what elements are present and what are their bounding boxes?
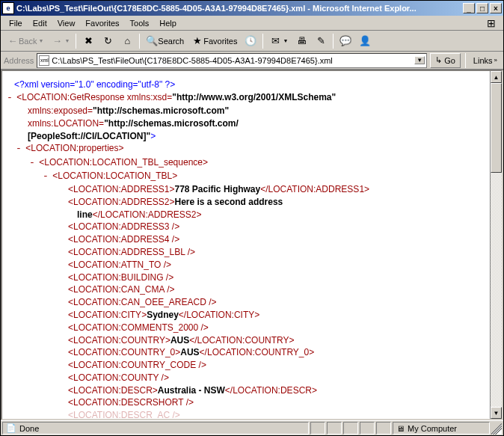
scroll-down-button[interactable]: ▼	[491, 407, 502, 419]
xml-element: <LOCATION:DESCR>Australia - NSW</LOCATIO…	[5, 384, 487, 397]
xml-element: <LOCATION:CAN_CMA />	[5, 283, 487, 296]
xml-element: <LOCATION:CAN_OEE_AREACD />	[5, 296, 487, 309]
address-value: C:\Labs\PS_Test\FileOut\{C178E8DC-5885-4…	[52, 56, 332, 65]
history-icon: 🕓	[245, 35, 256, 47]
zone-panel: 🖥My Computer	[393, 422, 490, 435]
xml-element: <LOCATION:COUNTRY>AUS</LOCATION:COUNTRY>	[5, 334, 487, 347]
xml-attr: [PeopleSoft://CI/LOCATION]">	[5, 130, 487, 143]
print-icon: 🖶	[295, 35, 307, 47]
chevron-down-icon: ▼	[38, 38, 43, 43]
separator	[76, 34, 76, 49]
forward-button[interactable]: →▼	[48, 33, 73, 49]
collapse-toggle[interactable]: -	[5, 91, 14, 105]
scroll-thumb[interactable]	[491, 83, 502, 173]
content-area: <?xml version="1.0" encoding="utf-8" ?> …	[1, 70, 503, 420]
search-button[interactable]: 🔍Search	[143, 33, 187, 49]
menu-help[interactable]: Help	[154, 17, 182, 29]
separator	[139, 34, 140, 49]
xml-element: <LOCATION:COUNTY />	[5, 372, 487, 384]
resize-grip[interactable]	[491, 422, 502, 435]
xml-element: <LOCATION:ADDRESS1>778 Pacific Highway</…	[5, 183, 487, 196]
history-button[interactable]: 🕓	[242, 33, 259, 49]
go-button[interactable]: ↳Go	[430, 53, 461, 68]
window-title: C:\Labs\PS_Test\FileOut\{C178E8DC-5885-4…	[16, 4, 461, 13]
status-panel	[360, 422, 375, 435]
mail-button[interactable]: ✉▼	[266, 33, 291, 49]
refresh-button[interactable]: ↻	[99, 33, 117, 49]
stop-button[interactable]: ✖	[79, 33, 97, 49]
go-label: Go	[444, 56, 455, 65]
xml-attr: xmlns:LOCATION="http://schemas.microsoft…	[5, 117, 487, 130]
menu-file[interactable]: File	[4, 17, 28, 29]
collapse-toggle[interactable]: -	[14, 142, 23, 156]
vertical-scrollbar[interactable]: ▲ ▼	[490, 71, 502, 419]
scroll-up-button[interactable]: ▲	[491, 71, 502, 83]
xml-element: <LOCATION:ADDRESS3 />	[5, 221, 487, 233]
xml-element: - <LOCATION:LOCATION_TBL_sequence>	[5, 156, 487, 170]
menubar: File Edit View Favorites Tools Help ⊞	[1, 16, 503, 31]
menu-edit[interactable]: Edit	[28, 17, 52, 29]
home-button[interactable]: ⌂	[118, 33, 136, 49]
page-icon: 📄	[6, 423, 16, 433]
statusbar: 📄Done 🖥My Computer	[1, 420, 503, 435]
status-panel	[310, 422, 325, 435]
maximize-button[interactable]: □	[476, 3, 488, 13]
links-button[interactable]: Links»	[470, 53, 500, 68]
ie-icon: e	[2, 2, 14, 14]
titlebar: e C:\Labs\PS_Test\FileOut\{C178E8DC-5885…	[1, 1, 503, 16]
xml-element: <LOCATION:COMMENTS_2000 />	[5, 322, 487, 334]
xml-element: <LOCATION:DESCRSHORT />	[5, 396, 487, 409]
status-panel	[376, 422, 391, 435]
address-dropdown[interactable]: ▼	[414, 56, 425, 64]
xml-element: <LOCATION:ADDRESS_LBL />	[5, 246, 487, 259]
separator	[465, 53, 466, 68]
mail-icon: ✉	[269, 35, 281, 47]
messenger-icon: 👤	[359, 35, 371, 47]
chevron-down-icon: ▼	[64, 38, 70, 43]
menu-favorites[interactable]: Favorites	[80, 17, 124, 29]
address-bar: Address xml C:\Labs\PS_Test\FileOut\{C17…	[1, 52, 503, 70]
scroll-track[interactable]	[491, 173, 502, 407]
collapse-toggle[interactable]: -	[28, 156, 37, 170]
stop-icon: ✖	[82, 35, 94, 47]
home-icon: ⌂	[121, 35, 133, 47]
xml-file-icon: xml	[39, 55, 49, 66]
xml-element: <LOCATION:ATTN_TO />	[5, 259, 487, 271]
go-icon: ↳	[435, 55, 442, 65]
collapse-toggle[interactable]: -	[41, 170, 50, 183]
xml-element: <LOCATION:BUILDING />	[5, 271, 487, 284]
status-text: 📄Done	[2, 422, 309, 435]
xml-attr: xmlns:exposed="http://schemas.microsoft.…	[5, 105, 487, 117]
xml-element: - <LOCATION:properties>	[5, 142, 487, 156]
status-panel	[343, 422, 358, 435]
edit-button[interactable]: ✎	[312, 33, 330, 49]
forward-icon: →	[51, 35, 63, 47]
minimize-button[interactable]: _	[463, 3, 475, 13]
favorites-label: Favorites	[203, 37, 237, 46]
status-panel	[327, 422, 342, 435]
xml-element-cont: line</LOCATION:ADDRESS2>	[5, 209, 487, 221]
xml-element: <LOCATION:ADDRESS2>Here is a second addr…	[5, 196, 487, 209]
messenger-button[interactable]: 👤	[356, 33, 374, 49]
menu-tools[interactable]: Tools	[125, 17, 155, 29]
discuss-icon: 💬	[339, 35, 351, 47]
back-label: Back	[19, 37, 37, 46]
separator	[262, 34, 263, 49]
discuss-button[interactable]: 💬	[336, 33, 354, 49]
xml-view: <?xml version="1.0" encoding="utf-8" ?> …	[2, 71, 490, 419]
refresh-icon: ↻	[102, 35, 114, 47]
back-button[interactable]: ←Back▼	[4, 33, 46, 49]
favorites-button[interactable]: ★Favorites	[188, 33, 240, 49]
xml-element: <LOCATION:DESCR_AC />	[5, 409, 487, 419]
windows-logo-icon: ⊞	[482, 16, 500, 30]
xml-element: <LOCATION:CITY>Sydney</LOCATION:CITY>	[5, 309, 487, 322]
star-icon: ★	[191, 35, 203, 47]
menu-view[interactable]: View	[52, 17, 81, 29]
xml-element: <LOCATION:COUNTRY_0>AUS</LOCATION:COUNTR…	[5, 346, 487, 359]
close-button[interactable]: ×	[490, 3, 502, 13]
toolbar: ←Back▼ →▼ ✖ ↻ ⌂ 🔍Search ★Favorites 🕓 ✉▼ …	[1, 31, 503, 52]
print-button[interactable]: 🖶	[292, 33, 310, 49]
xml-element: <LOCATION:COUNTRY_CODE />	[5, 359, 487, 372]
separator	[333, 34, 334, 49]
address-input[interactable]: xml C:\Labs\PS_Test\FileOut\{C178E8DC-58…	[37, 53, 427, 68]
